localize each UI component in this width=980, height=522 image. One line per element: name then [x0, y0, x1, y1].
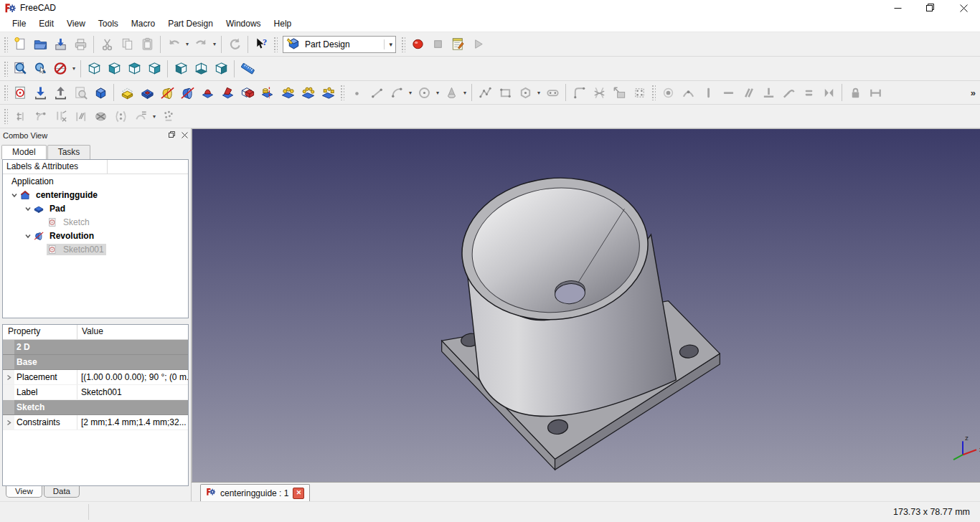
tab-tasks[interactable]: Tasks: [47, 145, 91, 159]
view-rear-button[interactable]: [171, 59, 191, 79]
tree-item-content[interactable]: Sketch: [47, 217, 92, 228]
draw-style-dropdown-caret[interactable]: ▾: [70, 65, 77, 72]
view-bottom-button[interactable]: [191, 59, 211, 79]
value-column-header[interactable]: Value: [77, 325, 188, 339]
tree-item-content[interactable]: Sketch001: [47, 244, 106, 255]
view-top-button[interactable]: [124, 59, 144, 79]
tree-item-content[interactable]: Pad: [33, 203, 67, 214]
tree-item-pad[interactable]: Pad: [3, 201, 188, 215]
menu-item-windows[interactable]: Windows: [220, 17, 268, 30]
tree-item-revolution[interactable]: Revolution: [3, 229, 188, 242]
workbench-dropdown-caret[interactable]: ▾: [384, 39, 392, 49]
fit-selection-button[interactable]: [30, 59, 50, 79]
draw-style-button[interactable]: [50, 59, 70, 79]
float-icon: [169, 131, 176, 138]
property-column-header[interactable]: Property: [3, 325, 77, 339]
pad-button[interactable]: [117, 82, 137, 103]
sketcher-virtual-space-button: [110, 106, 131, 126]
pocket-button[interactable]: [137, 82, 157, 103]
property-group-2-d[interactable]: 2 D: [3, 340, 188, 355]
polar-pattern-button[interactable]: [298, 82, 318, 103]
macro-record-button[interactable]: [407, 34, 428, 54]
tree-expand-toggle[interactable]: [22, 232, 33, 239]
revolution-button[interactable]: [157, 82, 177, 103]
whats-this-button[interactable]: ?: [251, 34, 271, 54]
view-front-button[interactable]: [104, 59, 124, 79]
menu-item-tools[interactable]: Tools: [92, 17, 125, 30]
additive-loft-button[interactable]: [197, 82, 217, 103]
toolbar-grip[interactable]: [340, 85, 344, 100]
combo-view-titlebar[interactable]: Combo View: [0, 128, 191, 142]
3d-scene[interactable]: z x: [192, 129, 980, 482]
toolbar-grip[interactable]: [4, 108, 8, 124]
open-document-button[interactable]: [30, 34, 50, 54]
macro-edit-button[interactable]: [448, 34, 468, 54]
property-group-sketch[interactable]: Sketch: [3, 400, 188, 415]
close-panel-button[interactable]: [182, 131, 188, 140]
tree-item-content[interactable]: Revolution: [33, 230, 96, 242]
toolbar-overflow-button[interactable]: »: [971, 87, 976, 98]
menu-item-part-design[interactable]: Part Design: [161, 17, 220, 30]
document-tab-close-button[interactable]: ✕: [293, 488, 304, 499]
fit-all-button[interactable]: [10, 59, 30, 79]
tree-item-centeringguide[interactable]: centeringguide: [3, 188, 188, 201]
toolbar-grip[interactable]: [273, 37, 278, 52]
property-expander[interactable]: [3, 370, 14, 384]
menu-item-help[interactable]: Help: [268, 17, 298, 30]
tree-item-label: Revolution: [47, 230, 96, 242]
groove-button[interactable]: [177, 82, 197, 103]
linear-pattern-button[interactable]: [278, 82, 298, 103]
tab-model[interactable]: Model: [1, 145, 47, 159]
multitransform-button[interactable]: [318, 82, 338, 103]
property-expander[interactable]: [3, 415, 14, 430]
save-document-button[interactable]: [50, 34, 70, 54]
property-value[interactable]: [2 mm;1.4 mm;1.4 mm;32...: [77, 417, 188, 427]
tree-item-content[interactable]: Application: [7, 176, 56, 187]
property-row-constraints[interactable]: Constraints[2 mm;1.4 mm;1.4 mm;32...: [3, 415, 188, 430]
float-panel-button[interactable]: [169, 131, 176, 140]
tree-expand-toggle[interactable]: [9, 191, 19, 199]
new-document-button[interactable]: [10, 34, 30, 54]
menu-item-edit[interactable]: Edit: [32, 17, 60, 30]
view-right-button[interactable]: [144, 59, 164, 79]
3d-viewport[interactable]: z x: [192, 128, 980, 482]
tree-item-application[interactable]: Application: [3, 174, 188, 188]
document-tab[interactable]: centeringguide : 1✕: [200, 484, 310, 501]
boolean-operation-button[interactable]: [237, 82, 258, 103]
property-value[interactable]: Sketch001: [77, 387, 188, 397]
leave-sketch-button[interactable]: [50, 82, 70, 103]
tab-view[interactable]: View: [6, 486, 42, 498]
menu-item-view[interactable]: View: [60, 17, 92, 30]
toolbar-grip[interactable]: [4, 85, 8, 100]
toolbar-standard: ▾▾?Part Design▾: [0, 32, 980, 57]
property-group-label: Base: [14, 355, 77, 369]
property-value[interactable]: [(1.00 0.00 0.00); 90 °; (0 m...: [77, 372, 188, 382]
restore-button[interactable]: [914, 0, 947, 16]
property-group-base[interactable]: Base: [3, 355, 188, 370]
toolbar-grip[interactable]: [401, 37, 405, 52]
property-row-placement[interactable]: Placement[(1.00 0.00 0.00); 90 °; (0 m..…: [3, 370, 188, 385]
view-axonometric-button[interactable]: [84, 59, 104, 79]
create-sketch-button[interactable]: [10, 82, 30, 103]
additive-pipe-button[interactable]: [217, 82, 237, 103]
menu-item-macro[interactable]: Macro: [125, 17, 161, 30]
toolbar-grip[interactable]: [4, 61, 8, 77]
minimize-button[interactable]: [881, 0, 914, 16]
tree-expand-toggle[interactable]: [22, 205, 33, 212]
tree-header-divider[interactable]: [107, 160, 108, 174]
create-body-button[interactable]: [90, 82, 110, 103]
tree-item-content[interactable]: centeringguide: [19, 189, 100, 201]
menu-item-file[interactable]: File: [6, 17, 32, 30]
close-button[interactable]: [947, 0, 980, 16]
toolbar-grip[interactable]: [4, 37, 8, 52]
tab-data[interactable]: Data: [44, 486, 80, 498]
mirrored-feature-button[interactable]: [258, 82, 278, 103]
property-row-label[interactable]: LabelSketch001: [3, 385, 188, 400]
tree-item-sketch001[interactable]: Sketch001: [3, 242, 188, 256]
edit-sketch-button[interactable]: [30, 82, 50, 103]
toolbar-grip[interactable]: [651, 85, 656, 100]
workbench-selector[interactable]: Part Design▾: [283, 36, 396, 53]
tree-item-sketch[interactable]: Sketch: [3, 215, 188, 229]
measure-distance-button[interactable]: [237, 59, 258, 79]
view-left-button[interactable]: [211, 59, 231, 79]
